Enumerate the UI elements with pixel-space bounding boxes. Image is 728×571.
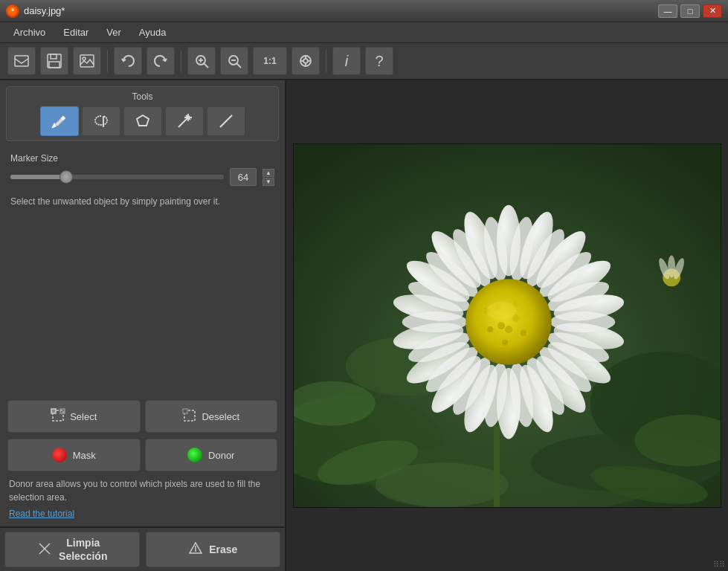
- svg-point-98: [497, 322, 505, 329]
- toolbar: 1:1 i ?: [0, 43, 728, 80]
- svg-rect-33: [51, 409, 56, 413]
- svg-point-93: [502, 340, 508, 346]
- svg-line-13: [237, 64, 242, 68]
- limpia-seleccion-button[interactable]: LimpiaSelección: [4, 532, 140, 567]
- toolbar-separator-3: [326, 50, 326, 72]
- svg-point-1: [11, 8, 14, 11]
- toolbar-separator-1: [107, 50, 108, 72]
- donor-text: Donor area allows you to control which p…: [0, 476, 285, 509]
- info-button[interactable]: i: [332, 47, 361, 75]
- marker-slider-track[interactable]: [10, 175, 224, 179]
- slider-thumb[interactable]: [59, 170, 73, 184]
- save-button[interactable]: [40, 47, 68, 75]
- svg-point-90: [513, 300, 519, 306]
- right-panel[interactable]: ⠿⠿: [286, 80, 728, 571]
- lasso-tool[interactable]: [82, 106, 120, 136]
- svg-rect-5: [49, 62, 59, 68]
- menu-ayuda[interactable]: Ayuda: [132, 24, 174, 41]
- select-button[interactable]: Select: [7, 400, 141, 433]
- svg-line-29: [186, 115, 187, 116]
- title-controls: — □ ✕: [658, 4, 722, 18]
- svg-rect-34: [60, 409, 65, 413]
- mask-row: Mask Donor: [0, 437, 285, 476]
- marker-size-label: Marker Size: [10, 153, 274, 164]
- redo-button[interactable]: [146, 47, 175, 75]
- status-bar: ⠿⠿: [713, 560, 725, 570]
- tools-section: Tools: [6, 86, 279, 141]
- image-button[interactable]: [73, 47, 101, 75]
- daisy-image: [293, 143, 721, 508]
- magic-wand-tool[interactable]: [165, 106, 204, 136]
- zoom-fit-button[interactable]: [291, 47, 320, 75]
- svg-line-30: [189, 119, 190, 120]
- maximize-button[interactable]: □: [680, 4, 700, 18]
- svg-rect-2: [15, 56, 28, 66]
- select-row: Select Deselect: [0, 396, 285, 437]
- step-down-button[interactable]: ▼: [262, 178, 274, 186]
- svg-point-96: [505, 326, 512, 333]
- donor-label: Donor: [208, 450, 234, 461]
- svg-rect-4: [51, 54, 57, 59]
- donor-button[interactable]: Donor: [145, 439, 278, 471]
- svg-point-91: [524, 312, 530, 317]
- svg-line-9: [204, 64, 209, 68]
- slider-fill: [10, 175, 64, 179]
- svg-rect-50: [494, 425, 500, 507]
- marker-stepper: ▲ ▼: [262, 169, 274, 186]
- svg-point-16: [303, 59, 308, 63]
- image-container: [293, 143, 721, 508]
- title-left: daisy.jpg*: [6, 4, 65, 18]
- bottom-bar: LimpiaSelección Erase: [0, 526, 285, 571]
- marker-value[interactable]: 64: [230, 168, 257, 186]
- erase-icon: [188, 541, 203, 558]
- svg-marker-22: [137, 115, 149, 126]
- help-button[interactable]: ?: [365, 47, 393, 75]
- marker-row: 64 ▲ ▼: [10, 168, 274, 186]
- panel-spacer: [0, 216, 285, 396]
- mask-button[interactable]: Mask: [7, 439, 141, 471]
- line-tool[interactable]: [207, 106, 245, 136]
- zoom-in-button[interactable]: [187, 47, 216, 75]
- mask-color-dot: [52, 448, 67, 462]
- zoom-out-button[interactable]: [220, 47, 248, 75]
- svg-point-82: [402, 312, 468, 332]
- svg-point-92: [521, 330, 526, 336]
- tools-label: Tools: [11, 91, 274, 102]
- tutorial-link[interactable]: Read the tutorial: [0, 509, 285, 526]
- marker-tool[interactable]: [40, 106, 79, 136]
- svg-line-23: [178, 118, 187, 127]
- deselect-icon: [182, 408, 197, 425]
- undo-button[interactable]: [114, 47, 142, 75]
- svg-point-99: [486, 302, 516, 320]
- close-button[interactable]: ✕: [703, 4, 722, 18]
- limpia-icon: [36, 541, 53, 559]
- menu-ver[interactable]: Ver: [99, 24, 129, 41]
- marker-section: Marker Size 64 ▲ ▼: [0, 147, 285, 192]
- svg-point-87: [466, 279, 552, 365]
- deselect-label: Deselect: [202, 411, 239, 422]
- minimize-button[interactable]: —: [658, 4, 677, 18]
- menu-editar[interactable]: Editar: [56, 24, 96, 41]
- instruction-text: Select the unwanted object by simply pai…: [0, 192, 285, 216]
- main-content: Tools: [0, 80, 728, 571]
- left-panel: Tools: [0, 80, 286, 571]
- open-button[interactable]: [7, 47, 36, 75]
- erase-button[interactable]: Erase: [146, 532, 281, 567]
- donor-color-dot: [187, 448, 202, 462]
- menu-bar: Archivo Editar Ver Ayuda: [0, 22, 728, 43]
- svg-point-73: [550, 312, 616, 332]
- mask-label: Mask: [73, 450, 96, 461]
- svg-line-31: [220, 115, 232, 127]
- select-icon: [51, 408, 65, 425]
- menu-archivo[interactable]: Archivo: [6, 24, 53, 41]
- zoom-1to1-button[interactable]: 1:1: [253, 47, 287, 75]
- limpia-seleccion-label: LimpiaSelección: [59, 536, 107, 563]
- select-label: Select: [70, 411, 97, 422]
- polygon-tool[interactable]: [123, 106, 162, 136]
- title-bar: daisy.jpg* — □ ✕: [0, 0, 728, 22]
- svg-rect-36: [183, 409, 187, 413]
- step-up-button[interactable]: ▲: [262, 169, 274, 177]
- deselect-button[interactable]: Deselect: [145, 400, 278, 433]
- svg-point-7: [83, 57, 86, 60]
- erase-label: Erase: [209, 543, 237, 555]
